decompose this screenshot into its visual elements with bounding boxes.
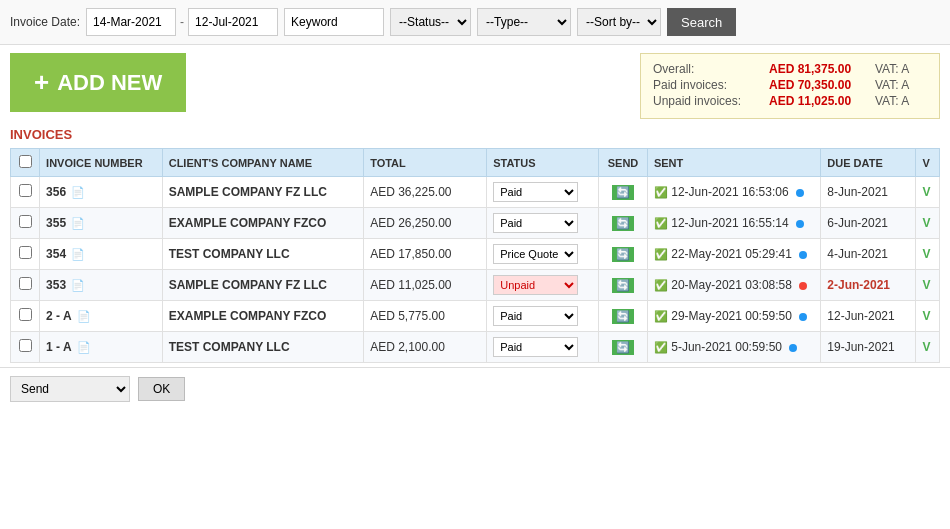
v-indicator: V (922, 340, 930, 354)
row-checkbox[interactable] (19, 184, 32, 197)
due-date-cell: 4-Jun-2021 (821, 239, 916, 270)
v-cell: V (916, 301, 940, 332)
status-dropdown[interactable]: Paid Paid Unpaid Price Quote (493, 337, 578, 357)
invoice-table: INVOICE NUMBER CLIENT'S COMPANY NAME TOT… (10, 148, 940, 363)
type-select[interactable]: --Type-- Invoice Price Quote (477, 8, 571, 36)
pdf-icon[interactable]: 📄 (71, 279, 85, 292)
row-checkbox[interactable] (19, 215, 32, 228)
status-dropdown[interactable]: Paid Paid Unpaid Price Quote (493, 306, 578, 326)
date-separator: - (180, 15, 184, 29)
v-indicator: V (922, 247, 930, 261)
select-all-checkbox[interactable] (19, 155, 32, 168)
sent-check-icon: ✅ (654, 186, 668, 198)
send-icon[interactable]: 🔄 (612, 216, 634, 231)
date-range: - (86, 8, 278, 36)
send-cell: 🔄 (599, 177, 648, 208)
header-company-name: CLIENT'S COMPANY NAME (162, 149, 363, 177)
sort-select[interactable]: --Sort by-- Date Amount (577, 8, 661, 36)
v-cell: V (916, 177, 940, 208)
add-new-button[interactable]: + ADD NEW (10, 53, 186, 112)
search-button[interactable]: Search (667, 8, 736, 36)
send-icon[interactable]: 🔄 (612, 340, 634, 355)
due-date: 2-Jun-2021 (827, 278, 890, 292)
paid-amount: AED 70,350.00 (769, 78, 869, 92)
paid-row: Paid invoices: AED 70,350.00 VAT: A (653, 78, 927, 92)
row-checkbox[interactable] (19, 246, 32, 259)
header-total: TOTAL (364, 149, 487, 177)
sent-dot-indicator (789, 344, 797, 352)
invoices-title: INVOICES (10, 127, 940, 142)
pdf-icon[interactable]: 📄 (71, 217, 85, 230)
sent-cell: ✅ 5-Jun-2021 00:59:50 (647, 332, 820, 363)
sent-dot-indicator (799, 313, 807, 321)
v-cell: V (916, 332, 940, 363)
header-sent: SENT (647, 149, 820, 177)
company-name: TEST COMPANY LLC (169, 247, 290, 261)
row-checkbox[interactable] (19, 339, 32, 352)
status-cell: Paid Paid Unpaid Price Quote (487, 177, 599, 208)
row-checkbox-cell (11, 270, 40, 301)
sent-timestamp: 12-Jun-2021 16:53:06 (671, 185, 788, 199)
bottom-bar: Send Send All Delete OK (0, 367, 950, 410)
date-from-input[interactable] (86, 8, 176, 36)
sent-timestamp: 20-May-2021 03:08:58 (671, 278, 792, 292)
table-row: 353 📄 SAMPLE COMPANY FZ LLC AED 11,025.0… (11, 270, 940, 301)
header-invoice-number: INVOICE NUMBER (40, 149, 163, 177)
sent-check-icon: ✅ (654, 217, 668, 229)
pdf-icon[interactable]: 📄 (71, 248, 85, 261)
invoice-number-cell: 1 - A 📄 (40, 332, 163, 363)
sent-check-icon: ✅ (654, 341, 668, 353)
send-icon[interactable]: 🔄 (612, 247, 634, 262)
row-checkbox-cell (11, 177, 40, 208)
status-dropdown[interactable]: Price Quote Paid Unpaid Price Quote (493, 244, 578, 264)
pdf-icon[interactable]: 📄 (77, 310, 91, 323)
company-name-cell: SAMPLE COMPANY FZ LLC (162, 177, 363, 208)
date-to-input[interactable] (188, 8, 278, 36)
sent-timestamp: 29-May-2021 00:59:50 (671, 309, 792, 323)
status-select[interactable]: --Status-- Paid Unpaid (390, 8, 471, 36)
sent-cell: ✅ 22-May-2021 05:29:41 (647, 239, 820, 270)
send-icon[interactable]: 🔄 (612, 185, 634, 200)
row-checkbox[interactable] (19, 277, 32, 290)
company-name-cell: SAMPLE COMPANY FZ LLC (162, 270, 363, 301)
sent-cell: ✅ 29-May-2021 00:59:50 (647, 301, 820, 332)
due-date-cell: 8-Jun-2021 (821, 177, 916, 208)
invoice-number-cell: 355 📄 (40, 208, 163, 239)
send-icon[interactable]: 🔄 (612, 309, 634, 324)
v-indicator: V (922, 216, 930, 230)
total-amount: AED 11,025.00 (370, 278, 451, 292)
overall-amount: AED 81,375.00 (769, 62, 869, 76)
send-icon[interactable]: 🔄 (612, 278, 634, 293)
row-checkbox[interactable] (19, 308, 32, 321)
table-header-row: INVOICE NUMBER CLIENT'S COMPANY NAME TOT… (11, 149, 940, 177)
company-name-cell: TEST COMPANY LLC (162, 332, 363, 363)
filter-bar: Invoice Date: - --Status-- Paid Unpaid -… (0, 0, 950, 45)
sent-dot-indicator (799, 251, 807, 259)
invoice-number: 354 (46, 247, 66, 261)
pdf-icon[interactable]: 📄 (71, 186, 85, 199)
summary-box: Overall: AED 81,375.00 VAT: A Paid invoi… (640, 53, 940, 119)
add-new-label: ADD NEW (57, 70, 162, 96)
bulk-action-select[interactable]: Send Send All Delete (10, 376, 130, 402)
status-dropdown[interactable]: Unpaid Paid Unpaid Price Quote (493, 275, 578, 295)
sent-dot-indicator (796, 189, 804, 197)
table-row: 1 - A 📄 TEST COMPANY LLC AED 2,100.00 Pa… (11, 332, 940, 363)
unpaid-row: Unpaid invoices: AED 11,025.00 VAT: A (653, 94, 927, 108)
invoice-number-cell: 356 📄 (40, 177, 163, 208)
sent-check-icon: ✅ (654, 248, 668, 260)
row-checkbox-cell (11, 332, 40, 363)
company-name: EXAMPLE COMPANY FZCO (169, 309, 327, 323)
row-checkbox-cell (11, 239, 40, 270)
company-name-cell: TEST COMPANY LLC (162, 239, 363, 270)
status-dropdown[interactable]: Paid Paid Unpaid Price Quote (493, 182, 578, 202)
sent-timestamp: 5-Jun-2021 00:59:50 (671, 340, 782, 354)
keyword-input[interactable] (284, 8, 384, 36)
pdf-icon[interactable]: 📄 (77, 341, 91, 354)
company-name: EXAMPLE COMPANY FZCO (169, 216, 327, 230)
header-v: V (916, 149, 940, 177)
row-checkbox-cell (11, 208, 40, 239)
status-dropdown[interactable]: Paid Paid Unpaid Price Quote (493, 213, 578, 233)
ok-button[interactable]: OK (138, 377, 185, 401)
due-date-cell: 6-Jun-2021 (821, 208, 916, 239)
send-cell: 🔄 (599, 332, 648, 363)
